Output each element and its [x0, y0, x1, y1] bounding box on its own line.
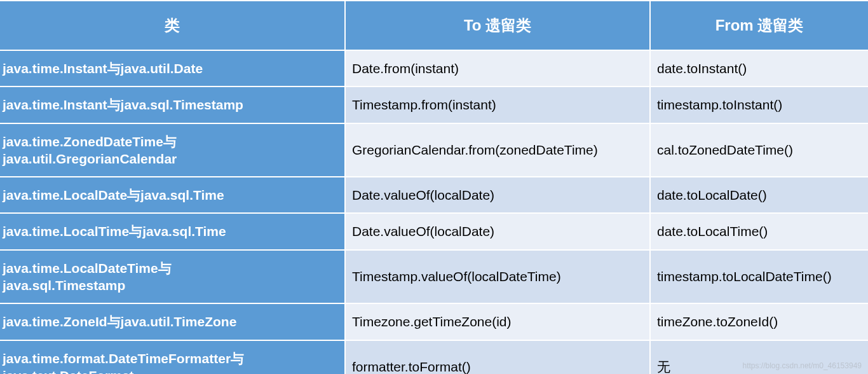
class-name-cell: java.time.LocalDate与java.sql.Time [0, 177, 345, 213]
class-name-cell: java.time.Instant与java.sql.Timestamp [0, 87, 345, 123]
to-legacy-cell: formatter.toFormat() [345, 340, 650, 374]
from-legacy-cell: timestamp.toLocalDateTime() [650, 250, 868, 304]
class-name-cell: java.time.LocalTime与java.sql.Time [0, 213, 345, 249]
to-legacy-cell: Date.from(instant) [345, 50, 650, 87]
from-legacy-cell: timeZone.toZoneId() [650, 303, 868, 340]
to-legacy-cell: Date.valueOf(localDate) [345, 177, 650, 213]
table-row: java.time.Instant与java.util.Date Date.fr… [0, 50, 868, 87]
header-to-legacy: To 遗留类 [345, 1, 650, 50]
to-legacy-cell: GregorianCalendar.from(zonedDateTime) [345, 123, 650, 177]
class-name-cell: java.time.format.DateTimeFormatter与java.… [0, 340, 345, 374]
header-from-legacy: From 遗留类 [650, 1, 868, 50]
table-row: java.time.LocalDateTime与java.sql.Timesta… [0, 250, 868, 304]
conversion-table: 类 To 遗留类 From 遗留类 java.time.Instant与java… [0, 0, 868, 374]
table-row: java.time.Instant与java.sql.Timestamp Tim… [0, 87, 868, 123]
from-legacy-cell: date.toLocalTime() [650, 213, 868, 249]
from-legacy-cell: timestamp.toInstant() [650, 87, 868, 123]
table-row: java.time.ZoneId与java.util.TimeZone Time… [0, 303, 868, 340]
table-row: java.time.format.DateTimeFormatter与java.… [0, 340, 868, 374]
from-legacy-cell: 无 [650, 340, 868, 374]
table-row: java.time.LocalTime与java.sql.Time Date.v… [0, 213, 868, 249]
to-legacy-cell: Date.valueOf(localDate) [345, 213, 650, 249]
table-row: java.time.ZonedDateTime与java.util.Gregor… [0, 123, 868, 177]
table-body: java.time.Instant与java.util.Date Date.fr… [0, 50, 868, 374]
table-header-row: 类 To 遗留类 From 遗留类 [0, 1, 868, 50]
to-legacy-cell: Timezone.getTimeZone(id) [345, 303, 650, 340]
class-name-cell: java.time.ZoneId与java.util.TimeZone [0, 303, 345, 340]
table-row: java.time.LocalDate与java.sql.Time Date.v… [0, 177, 868, 213]
header-class: 类 [0, 1, 345, 50]
from-legacy-cell: date.toLocalDate() [650, 177, 868, 213]
class-name-cell: java.time.Instant与java.util.Date [0, 50, 345, 87]
from-legacy-cell: cal.toZonedDateTime() [650, 123, 868, 177]
to-legacy-cell: Timestamp.from(instant) [345, 87, 650, 123]
class-name-cell: java.time.LocalDateTime与java.sql.Timesta… [0, 250, 345, 304]
to-legacy-cell: Timestamp.valueOf(localDateTime) [345, 250, 650, 304]
from-legacy-cell: date.toInstant() [650, 50, 868, 87]
table-container: 类 To 遗留类 From 遗留类 java.time.Instant与java… [0, 0, 868, 374]
class-name-cell: java.time.ZonedDateTime与java.util.Gregor… [0, 123, 345, 177]
